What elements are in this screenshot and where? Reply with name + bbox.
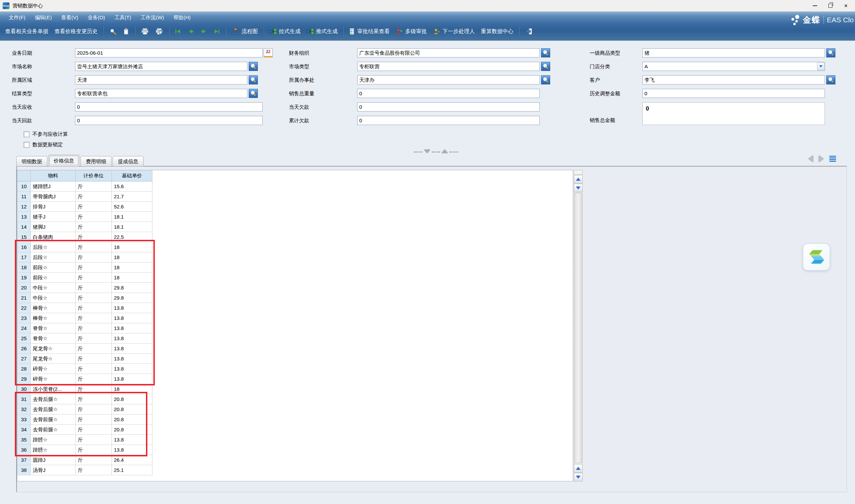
form-field[interactable]: 天津 [75, 75, 247, 85]
scrollbar-track[interactable] [574, 193, 583, 463]
form-field[interactable]: 猪 [642, 48, 825, 57]
material-cell[interactable]: 去骨后腿☆ [31, 394, 76, 404]
lookup-button[interactable] [826, 48, 835, 57]
exit-button[interactable] [522, 25, 536, 37]
maximize-button[interactable] [822, 0, 838, 12]
form-field[interactable]: 0 [357, 116, 540, 125]
material-cell[interactable]: 去骨前腿☆ [31, 414, 76, 425]
row-number-cell[interactable]: 16 [17, 242, 31, 252]
nav-first-button[interactable] [172, 26, 184, 36]
form-field[interactable]: 0 [357, 102, 540, 111]
scroll-down-button[interactable] [574, 184, 583, 192]
splitter-handle[interactable] [414, 149, 458, 154]
form-field[interactable]: 李飞 [642, 75, 825, 85]
unit-cell[interactable]: 斤 [76, 313, 112, 323]
material-cell[interactable]: 排骨J [31, 202, 76, 212]
material-cell[interactable]: 前段☆ [31, 273, 76, 283]
toolbar-text-button[interactable]: 查看价格变更历史 [51, 26, 101, 37]
row-number-cell[interactable]: 14 [17, 222, 31, 232]
nav-next-button[interactable] [197, 26, 210, 36]
dropdown-button[interactable] [817, 62, 824, 70]
material-cell[interactable]: 中段☆ [31, 283, 76, 293]
unit-cell[interactable]: 斤 [76, 465, 112, 475]
push-generate-button[interactable]: 推式生成 [303, 26, 341, 37]
tab-scroll-right-icon[interactable] [819, 156, 823, 162]
price-cell[interactable]: 18.1 [112, 222, 153, 232]
material-cell[interactable]: 棒骨☆ [31, 313, 76, 323]
table-row[interactable]: 29碎骨☆斤13.8 [17, 374, 573, 384]
price-cell[interactable]: 13.8 [112, 323, 153, 334]
price-cell[interactable]: 29.8 [112, 293, 153, 303]
unit-cell[interactable]: 斤 [76, 212, 112, 222]
price-cell[interactable]: 18 [112, 273, 153, 283]
table-row[interactable]: 14猪脚J斤18.1 [17, 222, 573, 232]
menu-item[interactable]: 编辑(E) [31, 14, 56, 22]
table-row[interactable]: 36蹄髈☆斤13.8 [17, 445, 573, 455]
form-field[interactable]: 专柜联营承包 [75, 89, 247, 98]
row-number-cell[interactable]: 28 [17, 364, 31, 374]
material-cell[interactable]: 前段☆ [31, 263, 76, 273]
row-number-cell[interactable]: 13 [17, 212, 31, 222]
nav-prev-button[interactable] [184, 26, 197, 36]
row-number-cell[interactable]: 20 [17, 283, 31, 293]
unit-cell[interactable]: 斤 [76, 232, 112, 242]
material-cell[interactable]: 猪手J [31, 212, 76, 222]
row-number-cell[interactable]: 11 [17, 192, 31, 202]
row-number-cell[interactable]: 25 [17, 334, 31, 344]
next-handler-button[interactable]: 下一步处理人 [430, 26, 478, 37]
unit-cell[interactable]: 斤 [76, 222, 112, 232]
menu-item[interactable]: 工具(T) [110, 14, 135, 22]
unit-cell[interactable]: 斤 [76, 303, 112, 313]
price-cell[interactable]: 29.8 [112, 283, 153, 293]
menu-item[interactable]: 业务(O) [84, 14, 109, 22]
table-row[interactable]: 37圆蹄J斤26.4 [17, 455, 573, 465]
row-number-cell[interactable]: 27 [17, 354, 31, 364]
row-number-cell[interactable]: 32 [17, 404, 31, 414]
unit-cell[interactable]: 斤 [76, 425, 112, 435]
price-cell[interactable]: 13.8 [112, 313, 153, 323]
price-cell[interactable]: 20.8 [112, 394, 153, 404]
toolbar-text-button[interactable]: 重算数据中心 [478, 26, 516, 37]
unit-cell[interactable]: 斤 [76, 414, 112, 425]
lookup-button[interactable] [826, 75, 835, 85]
nav-last-button[interactable] [210, 26, 223, 36]
table-row[interactable]: 33去骨前腿☆斤20.8 [17, 414, 573, 425]
form-field[interactable]: 专柜联营 [357, 62, 540, 71]
tab-list-icon[interactable] [829, 156, 836, 162]
price-cell[interactable]: 18 [112, 242, 153, 252]
price-cell[interactable]: 13.8 [112, 435, 153, 445]
unit-cell[interactable]: 斤 [76, 293, 112, 303]
menu-item[interactable]: 查看(V) [57, 14, 82, 22]
table-row[interactable]: 24脊骨☆斤13.8 [17, 323, 573, 334]
row-number-cell[interactable]: 36 [17, 445, 31, 455]
row-number-cell[interactable]: 22 [17, 303, 31, 313]
table-row[interactable]: 16后段☆斤18 [17, 242, 573, 252]
form-field[interactable]: 0 [642, 89, 825, 98]
price-cell[interactable]: 26.4 [112, 455, 153, 465]
unit-cell[interactable]: 斤 [76, 384, 112, 394]
price-cell[interactable]: 13.8 [112, 445, 153, 455]
collapse-up-icon[interactable] [442, 150, 448, 153]
row-number-cell[interactable]: 12 [17, 202, 31, 212]
material-cell[interactable]: 去骨前腿☆ [31, 425, 76, 435]
form-field[interactable]: A [642, 62, 825, 71]
lookup-button[interactable] [541, 62, 550, 71]
form-field[interactable]: 广东壹号食品股份有限公司 [357, 48, 540, 57]
unit-cell[interactable]: 斤 [76, 344, 112, 354]
lookup-button[interactable] [249, 89, 258, 98]
tab-scroll-left-icon[interactable] [808, 156, 813, 162]
unit-cell[interactable]: 斤 [76, 202, 112, 212]
search-button[interactable] [106, 25, 120, 37]
scroll-up-button[interactable] [574, 464, 583, 472]
price-cell[interactable]: 13.8 [112, 374, 153, 384]
material-cell[interactable]: 后段☆ [31, 242, 76, 252]
row-number-cell[interactable]: 35 [17, 435, 31, 445]
unit-cell[interactable]: 斤 [76, 263, 112, 273]
material-cell[interactable]: 碎骨☆ [31, 374, 76, 384]
price-cell[interactable]: 13.8 [112, 303, 153, 313]
scroll-down-button[interactable] [574, 473, 583, 481]
unit-cell[interactable]: 斤 [76, 334, 112, 344]
menu-item[interactable]: 文件(F) [5, 14, 30, 22]
price-cell[interactable]: 18 [112, 263, 153, 273]
table-row[interactable]: 28碎骨☆斤13.8 [17, 364, 573, 374]
